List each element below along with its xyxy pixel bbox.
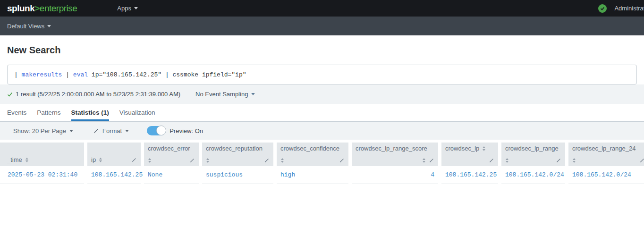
sort-icon[interactable] [422, 158, 426, 163]
page-title: New Search [7, 45, 637, 58]
column-header-crowdsec-ip-range[interactable]: crowdsec_ip_range [501, 143, 565, 166]
column-header-crowdsec-ip-range-score[interactable]: crowdsec_ip_range_score [352, 143, 438, 166]
logo-splunk-text: splunk [7, 3, 34, 13]
sort-icon[interactable] [99, 157, 102, 163]
apps-menu[interactable]: Apps [117, 5, 138, 12]
pencil-icon[interactable] [639, 158, 644, 163]
job-status-bar: 1 result (5/22/25 2:00:00.000 AM to 5/23… [0, 84, 644, 104]
format-menu[interactable]: Format [93, 127, 129, 134]
column-name: _time [7, 156, 22, 163]
toggle-knob [156, 126, 166, 135]
cell-crowdsec-ip[interactable]: 108.165.142.25 [441, 166, 498, 184]
default-views-label: Default Views [7, 23, 44, 30]
tab-visualization[interactable]: Visualization [119, 104, 155, 121]
tab-patterns[interactable]: Patterns [37, 104, 60, 121]
chevron-down-icon [69, 130, 73, 132]
tab-statistics[interactable]: Statistics (1) [71, 104, 109, 121]
pencil-icon[interactable] [429, 158, 434, 163]
column-header-time[interactable]: _time [0, 143, 84, 166]
default-views-menu[interactable]: Default Views [7, 23, 51, 30]
query-plain: | [62, 71, 73, 78]
column-header-crowdsec-ip-range-24[interactable]: crowdsec_ip_range_24 [568, 143, 644, 166]
per-page-label: Show: 20 Per Page [13, 127, 66, 134]
tab-events[interactable]: Events [7, 104, 26, 121]
column-name: crowdsec_confidence [280, 145, 345, 152]
cell-crowdsec-confidence[interactable]: high [277, 166, 348, 184]
query-plain: | [14, 71, 22, 78]
splunk-logo[interactable]: splunk>enterprise [7, 3, 77, 14]
sort-icon[interactable] [148, 158, 152, 163]
sort-icon[interactable] [280, 158, 284, 163]
column-header-crowdsec-error[interactable]: crowdsec_error [144, 143, 199, 166]
top-bar: splunk>enterprise Apps Administrator [0, 0, 644, 17]
chevron-down-icon [134, 7, 138, 9]
column-name: crowdsec_ip_range [505, 145, 561, 152]
results-tabs: Events Patterns Statistics (1) Visualiza… [0, 104, 644, 122]
pencil-icon[interactable] [131, 157, 137, 163]
cell-crowdsec-error[interactable]: None [144, 166, 199, 184]
pencil-icon [93, 128, 99, 134]
format-label: Format [102, 127, 122, 134]
chevron-down-icon [251, 93, 255, 95]
column-name: ip [91, 156, 96, 163]
cell-time[interactable]: 2025-05-23 02:31:40 [0, 166, 84, 184]
column-name: crowdsec_ip [445, 145, 479, 152]
user-menu[interactable]: Administrator [598, 0, 644, 17]
column-header-crowdsec-confidence[interactable]: crowdsec_confidence [277, 143, 348, 166]
column-header-crowdsec-reputation[interactable]: crowdsec_reputation [202, 143, 273, 166]
sort-icon[interactable] [482, 146, 486, 151]
preview-label: Preview: On [169, 127, 203, 134]
column-header-ip[interactable]: ip [87, 143, 141, 166]
logo-product-text: enterprise [40, 3, 77, 13]
query-plain: ip="108.165.142.25" | cssmoke ipfield="i… [88, 71, 246, 78]
statistics-table: _time ip crowdsec_error crowdsec_reputat… [0, 143, 644, 184]
pencil-icon[interactable] [264, 158, 270, 163]
query-command: eval [73, 71, 88, 78]
results-toolbar: Show: 20 Per Page Format Preview: On [0, 122, 644, 140]
cell-crowdsec-ip-range-score[interactable]: 4 [352, 166, 438, 184]
event-sampling-label: No Event Sampling [195, 91, 248, 98]
column-name: crowdsec_error [148, 145, 195, 152]
per-page-menu[interactable]: Show: 20 Per Page [13, 127, 73, 134]
cell-ip[interactable]: 108.165.142.25 [87, 166, 141, 184]
column-name: crowdsec_ip_range_24 [572, 145, 644, 152]
search-section: New Search | makeresults | eval ip="108.… [0, 35, 644, 84]
pencil-icon[interactable] [489, 158, 494, 163]
pencil-icon[interactable] [339, 158, 345, 163]
query-command: makeresults [22, 71, 62, 78]
cell-crowdsec-ip-range-24[interactable]: 108.165.142.0/24 [568, 166, 644, 184]
cell-crowdsec-ip-range[interactable]: 108.165.142.0/24 [501, 166, 565, 184]
column-name: crowdsec_reputation [206, 145, 270, 152]
result-count-text[interactable]: 1 result (5/22/25 2:00:00.000 AM to 5/23… [16, 91, 180, 98]
chevron-down-icon [125, 130, 129, 132]
event-sampling-menu[interactable]: No Event Sampling [195, 91, 255, 98]
job-done-check-icon [7, 92, 13, 97]
sort-icon[interactable] [25, 157, 29, 163]
chevron-down-icon [47, 25, 51, 27]
health-check-icon[interactable] [598, 4, 607, 13]
pencil-icon[interactable] [189, 158, 195, 163]
app-bar: Default Views [0, 17, 644, 35]
apps-menu-label: Apps [117, 5, 131, 12]
preview-toggle[interactable] [147, 126, 166, 135]
sort-icon[interactable] [572, 158, 576, 163]
sort-icon[interactable] [505, 158, 509, 163]
user-menu-label: Administrator [614, 5, 644, 12]
column-header-crowdsec-ip[interactable]: crowdsec_ip [441, 143, 498, 166]
logo-gt-text: > [34, 3, 40, 13]
cell-crowdsec-reputation[interactable]: suspicious [202, 166, 273, 184]
pencil-icon[interactable] [556, 158, 561, 163]
sort-icon[interactable] [206, 158, 210, 163]
search-input[interactable]: | makeresults | eval ip="108.165.142.25"… [7, 65, 637, 84]
column-name: crowdsec_ip_range_score [356, 145, 434, 152]
